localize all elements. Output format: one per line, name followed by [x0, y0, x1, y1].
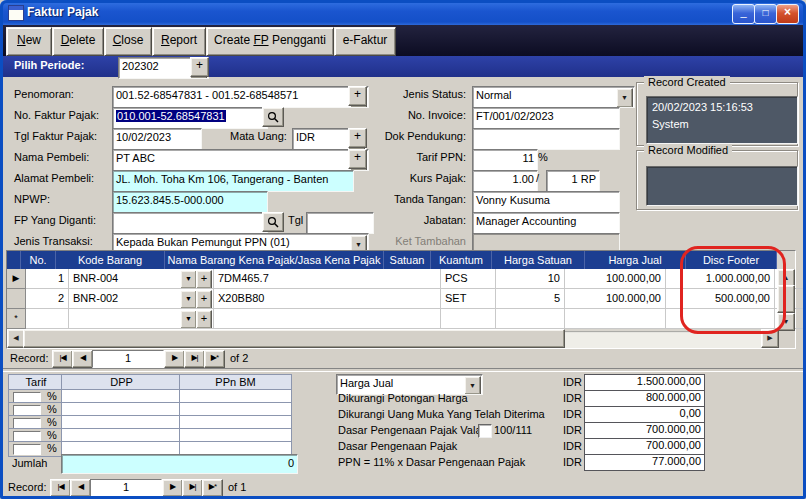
cell-kode-barang[interactable]: ▼ + [69, 309, 214, 329]
tarif-ppn-label: Tarif PPN: [380, 151, 466, 163]
cell-kuantum[interactable]: 10 [496, 269, 565, 289]
header-harga-satuan[interactable]: Harga Satuan [492, 251, 585, 269]
valas-checkbox[interactable] [478, 424, 492, 438]
alamat-pembeli-field[interactable]: JL. Moh. Toha Km 106, Tangerang - Banten [112, 170, 354, 192]
cell-harga-satuan[interactable] [565, 309, 666, 329]
kurs-unit-field[interactable]: 1 RP [546, 170, 600, 192]
nav-new-record-button[interactable]: ▶* [202, 479, 223, 497]
npwp-field[interactable]: 15.623.845.5-000.000 [112, 191, 268, 213]
add-penomoran-button[interactable]: + [348, 86, 367, 106]
kurs-pajak-field[interactable]: 1.00 [472, 170, 538, 192]
potongan-harga-field[interactable]: 800.000,00 [584, 390, 705, 407]
add-barang-button[interactable]: + [196, 270, 212, 289]
tgl-fp-diganti-field[interactable] [306, 212, 374, 234]
penomoran-combo[interactable]: 001.52-68547831 - 001.52-68548571 ▼ [112, 86, 369, 108]
minimize-button[interactable]: _ [732, 4, 755, 24]
header-no[interactable]: No. [21, 251, 56, 269]
cell-kuantum[interactable]: 5 [496, 289, 565, 309]
no-faktur-pajak-field[interactable]: 010.001-52.68547831 [112, 107, 268, 129]
penomoran-label: Penomoran: [14, 88, 74, 100]
row-selector[interactable]: ▶ [7, 269, 26, 289]
ppn-field[interactable]: 77.000,00 [584, 454, 705, 471]
cell-satuan[interactable] [441, 309, 496, 329]
maximize-button[interactable]: □ [754, 4, 777, 24]
create-fp-pengganti-button[interactable]: Create FP Pengganti [206, 27, 334, 56]
tanda-tangan-field[interactable]: Vonny Kusuma [472, 191, 620, 213]
jenis-status-combo[interactable]: Normal ▼ [472, 86, 635, 108]
cell-nama-barang[interactable]: X20BB80 [214, 289, 441, 309]
nav-new-record-button[interactable]: ▶* [204, 350, 225, 368]
nav-first-button[interactable]: |◀ [50, 479, 71, 497]
chevron-down-icon[interactable]: ▼ [180, 270, 197, 289]
close-button[interactable]: × [776, 4, 799, 24]
tax-tarif-cell: % [8, 441, 64, 457]
header-harga-jual[interactable]: Harga Jual [585, 251, 686, 269]
bottom-record-number-field[interactable]: 1 [90, 479, 162, 497]
cell-kode-barang[interactable]: BNR-004 ▼ + [69, 269, 214, 289]
cell-kode-barang[interactable]: BNR-002 ▼ + [69, 289, 214, 309]
tarif-ppn-field[interactable]: 11 [472, 149, 538, 171]
add-mata-uang-button[interactable]: + [348, 128, 367, 148]
row-selector[interactable] [7, 289, 26, 309]
nav-next-button[interactable]: ▶ [162, 479, 183, 497]
uang-muka-field[interactable]: 0,00 [584, 406, 705, 423]
nav-previous-button[interactable]: ◀ [70, 479, 91, 497]
nav-previous-icon: ◀ [78, 482, 83, 491]
cell-no[interactable]: 2 [26, 289, 69, 309]
lookup-faktur-button[interactable] [262, 107, 284, 127]
cell-harga-satuan[interactable]: 100.000,00 [565, 269, 666, 289]
title-bar[interactable]: Faktur Pajak _ □ × [0, 0, 806, 25]
fp-yang-diganti-field[interactable] [112, 212, 268, 234]
nav-last-icon: ▶| [189, 482, 195, 491]
cell-harga-satuan[interactable]: 100.000,00 [565, 289, 666, 309]
add-periode-button[interactable]: + [190, 57, 209, 77]
harga-jual-total-field[interactable]: 1.500.000,00 [584, 374, 705, 391]
header-kode-barang[interactable]: Kode Barang [56, 251, 165, 269]
nav-first-icon: |◀ [59, 353, 65, 362]
add-barang-button[interactable]: + [196, 310, 212, 329]
chevron-down-icon[interactable]: ▼ [616, 88, 633, 108]
report-button[interactable]: Report [152, 27, 206, 56]
new-button[interactable]: New [6, 27, 52, 56]
kode-barang-value: BNR-004 [73, 272, 118, 284]
new-row-icon: * [14, 313, 18, 323]
nav-first-button[interactable]: |◀ [52, 350, 73, 368]
nama-pembeli-combo[interactable]: PT ABC ▼ [112, 149, 369, 171]
delete-button[interactable]: Delete [52, 27, 104, 56]
dpp-valas-field[interactable]: 700.000,00 [584, 422, 705, 439]
grid-record-number-field[interactable]: 1 [92, 350, 164, 368]
tgl-faktur-pajak-field[interactable]: 10/02/2023 [112, 128, 202, 150]
dok-pendukung-field[interactable] [472, 128, 620, 150]
add-pembeli-button[interactable]: + [348, 149, 367, 169]
no-invoice-field[interactable]: FT/001/02/2023 [472, 107, 620, 129]
cell-satuan[interactable]: PCS [441, 269, 496, 289]
penomoran-value: 001.52-68547831 - 001.52-68548571 [116, 89, 298, 101]
jabatan-field[interactable]: Manager Accounting [472, 212, 620, 234]
header-satuan[interactable]: Satuan [384, 251, 431, 269]
cell-nama-barang[interactable] [214, 309, 441, 329]
nav-last-button[interactable]: ▶| [182, 479, 203, 497]
cell-satuan[interactable]: SET [441, 289, 496, 309]
efaktur-button[interactable]: e-Faktur [334, 27, 396, 56]
nav-previous-button[interactable]: ◀ [72, 350, 93, 368]
jenis-status-label: Jenis Status: [380, 88, 466, 100]
cell-kuantum[interactable] [496, 309, 565, 329]
nav-last-button[interactable]: ▶| [184, 350, 205, 368]
close-form-button[interactable]: Close [104, 27, 152, 56]
header-kuantum[interactable]: Kuantum [431, 251, 492, 269]
nav-next-button[interactable]: ▶ [164, 350, 185, 368]
dpp-field[interactable]: 700.000,00 [584, 438, 705, 455]
row-selector[interactable]: * [7, 309, 26, 329]
toolbar: New Delete Close Report Create FP Pengga… [0, 25, 806, 56]
cell-no[interactable]: 1 [26, 269, 69, 289]
cell-nama-barang[interactable]: 7DM465.7 [214, 269, 441, 289]
chevron-down-icon[interactable]: ▼ [180, 290, 197, 309]
horizontal-scrollbar-thumb[interactable] [23, 329, 565, 348]
lookup-fp-diganti-button[interactable] [262, 212, 284, 232]
cell-no[interactable] [26, 309, 69, 329]
tarif-input[interactable] [13, 444, 41, 455]
header-nama-barang[interactable]: Nama Barang Kena Pajak/Jasa Kena Pajak [165, 251, 384, 269]
add-barang-button[interactable]: + [196, 290, 212, 309]
tanda-tangan-label: Tanda Tangan: [380, 193, 466, 205]
chevron-down-icon[interactable]: ▼ [180, 310, 197, 329]
